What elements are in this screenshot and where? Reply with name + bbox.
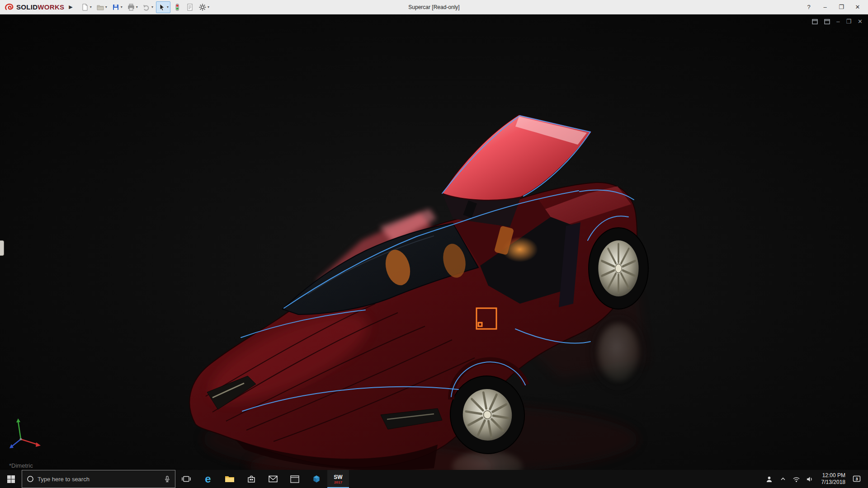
view-orientation-label: *Dimetric <box>9 462 33 469</box>
clock-time: 12:00 PM <box>822 472 845 479</box>
undo-icon <box>142 3 151 11</box>
notification-badge: 3 <box>855 477 858 481</box>
document-frame-icon[interactable] <box>823 18 831 25</box>
dropdown-caret-icon[interactable]: ▾ <box>151 5 153 9</box>
open-folder-icon <box>96 3 104 11</box>
taskbar-clock[interactable]: 12:00 PM 7/13/2018 <box>818 472 849 486</box>
mail-envelope-icon <box>269 475 278 483</box>
person-icon <box>765 475 773 483</box>
cortana-icon <box>27 475 34 483</box>
clock-date: 7/13/2018 <box>821 479 845 486</box>
options-button[interactable]: ▾ <box>197 1 211 13</box>
rebuild-trafficlight-icon <box>173 3 181 11</box>
standard-toolbar: ▾ ▾ ▾ <box>79 1 211 13</box>
speaker-icon <box>806 476 814 483</box>
start-button[interactable] <box>0 470 22 488</box>
file-explorer-button[interactable] <box>219 470 241 488</box>
solidworks-2017-icon: SW 2017 <box>332 473 344 485</box>
window-title: Supercar [Read-only] <box>408 4 459 10</box>
taskbar-spacer <box>349 470 764 488</box>
volume-button[interactable] <box>804 470 816 488</box>
print-icon <box>127 3 135 11</box>
featuremanager-collapsed-tab[interactable] <box>0 240 4 256</box>
edge-browser-button[interactable]: e <box>197 470 219 488</box>
help-button[interactable]: ? <box>801 1 816 13</box>
graphics-viewport[interactable]: – ❐ ✕ *Dimetric <box>0 14 868 470</box>
microphone-icon[interactable] <box>164 475 170 483</box>
edge-icon: e <box>202 473 214 485</box>
options-gear-icon <box>198 3 207 11</box>
rear-wheel[interactable] <box>589 228 648 309</box>
solidworks-logo: SOLIDWORKS <box>3 3 66 12</box>
undo-button[interactable]: ▾ <box>141 1 155 13</box>
file-properties-button[interactable] <box>184 1 196 13</box>
rebuild-button[interactable] <box>171 1 183 13</box>
cube-app-icon <box>312 474 321 483</box>
document-frame-icon[interactable] <box>811 18 819 25</box>
dropdown-caret-icon[interactable]: ▾ <box>90 5 92 9</box>
windows-taskbar: e <box>0 470 868 488</box>
brand-text: SOLIDWORKS <box>16 3 64 11</box>
mail-button[interactable] <box>262 470 284 488</box>
search-input[interactable] <box>38 476 160 483</box>
wifi-icon <box>793 476 800 483</box>
document-close-button[interactable]: ✕ <box>857 17 863 26</box>
document-minimize-button[interactable]: – <box>835 17 840 26</box>
desktop: SOLIDWORKS ▶ ▾ ▾ <box>0 0 868 488</box>
action-center-button[interactable]: 3 <box>851 470 863 488</box>
window-controls: ? – ❐ ✕ <box>801 1 865 13</box>
task-view-button[interactable] <box>175 470 197 488</box>
svg-text:2017: 2017 <box>334 480 342 484</box>
system-tray: 12:00 PM 7/13/2018 3 <box>764 470 868 488</box>
select-cursor-icon <box>158 3 166 11</box>
network-button[interactable] <box>791 470 802 488</box>
svg-text:SW: SW <box>334 474 343 480</box>
action-center-icon: 3 <box>853 475 861 483</box>
solidworks-app-button[interactable]: SW 2017 <box>327 470 349 488</box>
ds-logo-icon <box>5 3 14 12</box>
menu-expand-button[interactable]: ▶ <box>66 2 75 12</box>
dropdown-caret-icon[interactable]: ▾ <box>136 5 138 9</box>
console-window-icon <box>290 475 299 483</box>
document-window-controls: – ❐ ✕ <box>811 17 863 26</box>
select-button[interactable]: ▾ <box>156 1 170 13</box>
cube-app-button[interactable] <box>306 470 327 488</box>
save-icon <box>112 3 120 11</box>
chevron-up-icon <box>780 476 786 482</box>
dropdown-caret-icon[interactable]: ▾ <box>105 5 107 9</box>
file-explorer-icon <box>225 475 235 483</box>
store-bag-icon <box>247 474 256 483</box>
dropdown-caret-icon[interactable]: ▾ <box>208 5 209 9</box>
close-button[interactable]: ✕ <box>850 1 865 13</box>
open-button[interactable]: ▾ <box>94 1 109 13</box>
rear-wheel-reflection <box>590 314 646 390</box>
print-button[interactable]: ▾ <box>125 1 140 13</box>
taskbar-search-box[interactable] <box>22 470 175 488</box>
file-properties-icon <box>186 3 194 11</box>
titlebar: SOLIDWORKS ▶ ▾ ▾ <box>0 0 868 14</box>
3d-scene[interactable] <box>0 14 868 470</box>
console-app-button[interactable] <box>284 470 306 488</box>
new-document-button[interactable]: ▾ <box>79 1 94 13</box>
svg-text:e: e <box>205 473 211 485</box>
tray-overflow-button[interactable] <box>777 470 789 488</box>
task-view-icon <box>182 475 191 483</box>
restore-button[interactable]: ❐ <box>834 1 849 13</box>
windows-logo-icon <box>7 475 15 483</box>
save-button[interactable]: ▾ <box>110 1 124 13</box>
document-restore-button[interactable]: ❐ <box>845 17 852 26</box>
dropdown-caret-icon[interactable]: ▾ <box>121 5 123 9</box>
new-document-icon <box>81 3 89 11</box>
people-button[interactable] <box>764 470 775 488</box>
minimize-button[interactable]: – <box>817 1 833 13</box>
store-button[interactable] <box>241 470 262 488</box>
dropdown-caret-icon[interactable]: ▾ <box>167 5 169 9</box>
